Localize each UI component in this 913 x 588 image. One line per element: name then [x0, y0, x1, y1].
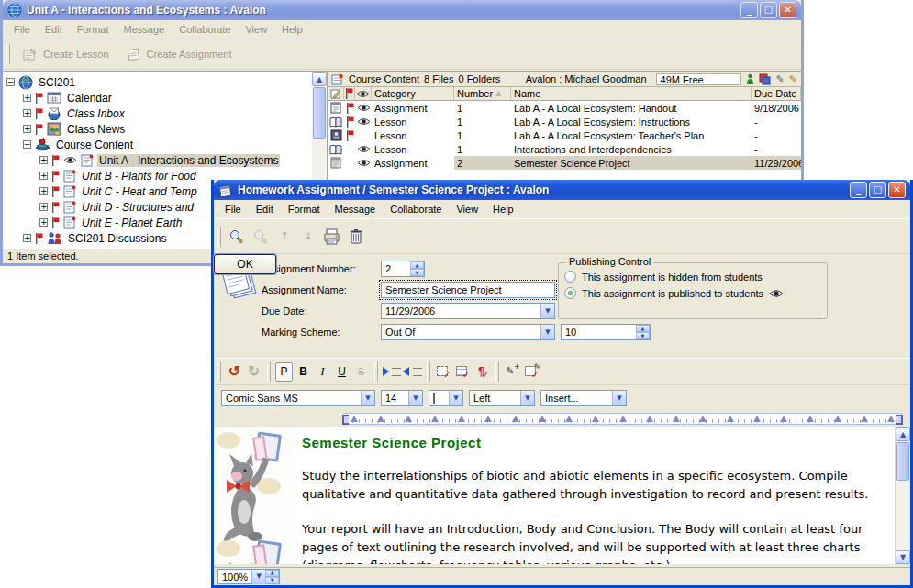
font-dropdown[interactable]: Comic Sans MS ▼ [221, 390, 375, 406]
expand-icon[interactable]: + [39, 172, 48, 180]
collapse-icon[interactable]: − [23, 140, 31, 149]
published-radio-row[interactable]: This assignment is published to students [564, 287, 821, 299]
italic-button[interactable]: I [314, 362, 331, 382]
scrollbar-thumb[interactable] [313, 87, 326, 139]
tree-item-sci201[interactable]: − SCI201 [3, 74, 327, 90]
chevron-down-icon[interactable]: ▼ [361, 391, 374, 405]
edit-check-icon[interactable]: ✓✎ [523, 362, 540, 382]
assignment-text[interactable]: Semester Science Project Study the inter… [302, 427, 888, 564]
print-icon[interactable] [320, 226, 344, 248]
add-signature-icon[interactable]: ✎+ [504, 362, 521, 382]
close-button[interactable]: ✕ [888, 182, 906, 198]
chevron-down-icon[interactable]: ▼ [251, 570, 265, 584]
menu-collaborate[interactable]: Collaborate [383, 201, 449, 217]
ok-button[interactable]: OK [214, 254, 276, 274]
person-icon[interactable] [746, 73, 754, 85]
tree-item-class-inbox[interactable]: + Class Inbox [3, 105, 327, 121]
chevron-down-icon[interactable]: ▼ [540, 325, 554, 339]
assignment-name-input[interactable]: Semester Science Project [381, 282, 555, 298]
expand-icon[interactable]: + [23, 94, 31, 102]
scroll-down-icon[interactable]: ▼ [896, 550, 910, 564]
marking-points-stepper[interactable]: 10 ▲▼ [561, 324, 651, 340]
plain-style-button[interactable]: P [275, 362, 293, 382]
menu-help[interactable]: Help [485, 201, 521, 217]
chevron-down-icon[interactable]: ▼ [449, 391, 462, 405]
spin-down-icon[interactable]: ▼ [410, 269, 424, 276]
file-row-selected[interactable]: Assignment 2 Semester Science Project 11… [328, 156, 801, 170]
titlebar[interactable]: Homework Assignment / Semester Science P… [214, 180, 910, 200]
menu-help[interactable]: Help [274, 21, 310, 38]
menu-edit[interactable]: Edit [38, 21, 70, 38]
toolbar-grip[interactable] [217, 361, 221, 382]
editor-scrollbar[interactable]: ▲ ▼ [895, 427, 910, 564]
column-due-date[interactable]: Due Date [752, 87, 801, 100]
undo-icon[interactable]: ↺ [226, 362, 243, 382]
expand-icon[interactable]: + [39, 203, 48, 211]
scrollbar-thumb[interactable] [896, 442, 909, 481]
menu-edit[interactable]: Edit [249, 201, 281, 217]
menu-collaborate[interactable]: Collaborate [172, 21, 238, 38]
scroll-up-icon[interactable]: ▲ [312, 72, 327, 86]
scroll-up-icon[interactable]: ▲ [896, 427, 910, 441]
ruler[interactable] [214, 411, 910, 427]
next-icon[interactable]: ↓ [296, 226, 320, 248]
spin-up-icon[interactable]: ▲ [410, 261, 424, 269]
chevron-down-icon[interactable]: ▼ [540, 304, 554, 318]
file-row[interactable]: Lesson 1 Lab A - A Local Ecosystem: Inst… [328, 115, 801, 128]
toolbar-grip[interactable] [217, 227, 221, 247]
menu-message[interactable]: Message [117, 21, 173, 38]
insert-dropdown[interactable]: Insert... ▼ [540, 390, 627, 406]
create-lesson-button[interactable]: Create Lesson [14, 44, 117, 64]
expand-icon[interactable]: + [39, 218, 48, 227]
select-format-icon[interactable]: ✓ [454, 362, 472, 382]
hidden-radio-row[interactable]: This assignment is hidden from students [564, 271, 821, 283]
previous-icon[interactable]: ↑ [273, 226, 296, 248]
titlebar[interactable]: Unit A - Interactions and Ecosystems : A… [3, 0, 801, 20]
tree-item-course-content[interactable]: − Course Content [3, 137, 327, 152]
indent-decrease-icon[interactable] [403, 362, 421, 382]
menu-format[interactable]: Format [70, 21, 117, 38]
column-category[interactable]: Category [372, 87, 454, 100]
spin-down-icon[interactable]: ▼ [636, 332, 650, 339]
file-row[interactable]: Lesson 1 Interactions and Interdependenc… [328, 142, 801, 156]
indent-increase-icon[interactable] [383, 362, 401, 382]
layers-icon[interactable] [759, 73, 772, 85]
search-again-icon[interactable] [249, 226, 273, 248]
align-dropdown[interactable]: Left ▼ [469, 390, 535, 406]
create-assignment-button[interactable]: Create Assignment [117, 44, 240, 64]
expand-icon[interactable]: + [39, 187, 48, 195]
bold-button[interactable]: B [295, 362, 312, 382]
editor-body[interactable]: Semester Science Project Study the inter… [214, 427, 910, 564]
chevron-down-icon[interactable]: ▼ [612, 391, 626, 405]
close-button[interactable]: ✕ [779, 2, 796, 18]
expand-icon[interactable]: + [23, 109, 31, 117]
maximize-button[interactable]: □ [760, 2, 777, 18]
file-row[interactable]: Lesson 1 Lab A - A Local Ecosystem: Teac… [328, 128, 801, 142]
underline-button[interactable]: U [333, 362, 351, 382]
menu-view[interactable]: View [449, 201, 485, 217]
marking-scheme-dropdown[interactable]: Out Of ▼ [381, 324, 555, 340]
maximize-button[interactable]: □ [869, 182, 886, 198]
menu-view[interactable]: View [238, 21, 274, 38]
column-number[interactable]: Number ▲ [454, 87, 511, 100]
tree-item-class-news[interactable]: + Class News [3, 121, 327, 137]
menu-file[interactable]: File [217, 201, 249, 217]
left-margin-marker[interactable] [342, 415, 349, 425]
zoom-control[interactable]: 100% ▼ ▲▼ [217, 569, 280, 584]
spin-up-icon[interactable]: ▲ [636, 325, 650, 332]
menu-format[interactable]: Format [281, 201, 328, 217]
minimize-button[interactable]: _ [850, 182, 867, 198]
radio-published[interactable] [564, 287, 576, 299]
expand-icon[interactable]: + [39, 156, 48, 164]
toolbar-grip[interactable] [6, 44, 10, 64]
expand-icon[interactable]: + [23, 234, 31, 242]
chevron-down-icon[interactable]: ▼ [408, 391, 422, 405]
spin-down-icon[interactable]: ▼ [265, 577, 279, 584]
strikethrough-button[interactable]: S [352, 362, 370, 382]
expand-icon[interactable]: + [23, 125, 31, 133]
minimize-button[interactable]: _ [740, 2, 758, 18]
column-name[interactable]: Name [511, 87, 752, 100]
font-color-dropdown[interactable]: ▼ [429, 390, 463, 406]
collapse-icon[interactable]: − [6, 78, 15, 86]
special-char-icon[interactable]: ¶✓ [473, 362, 491, 382]
